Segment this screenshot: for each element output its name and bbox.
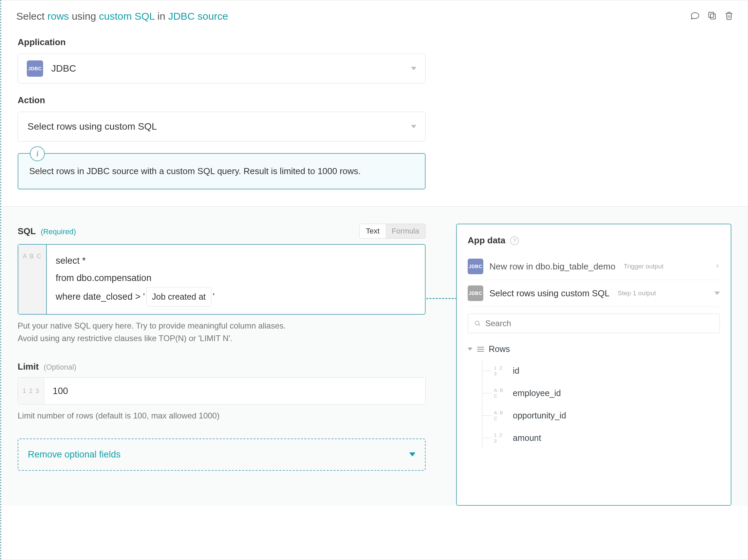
field-name: opportunity_id <box>513 411 566 421</box>
action-select[interactable]: Select rows using custom SQL <box>18 112 426 142</box>
app-data-source-sub: Step 1 output <box>618 290 656 297</box>
jdbc-icon: JDBC <box>468 285 483 301</box>
copy-icon[interactable] <box>707 11 717 22</box>
sql-type-indicator: A B C <box>18 245 47 314</box>
chevron-down-icon <box>468 348 472 351</box>
step-title: Select rows using custom SQL in JDBC sou… <box>16 11 690 22</box>
action-label: Action <box>18 95 731 106</box>
info-box: i Select rows in JDBC source with a cust… <box>18 153 426 189</box>
comment-icon[interactable] <box>690 11 700 22</box>
type-indicator-string: A B C <box>494 410 507 421</box>
type-indicator-number: 1 2 3 <box>494 432 507 444</box>
field-name: id <box>513 366 519 376</box>
limit-helper: Limit number of rows (default is 100, ma… <box>18 409 426 422</box>
field-name: employee_id <box>513 388 561 398</box>
jdbc-icon: JDBC <box>27 60 43 77</box>
svg-point-2 <box>475 321 479 325</box>
info-text: Select rows in JDBC source with a custom… <box>29 166 414 176</box>
limit-optional-tag: (Optional) <box>44 363 77 371</box>
remove-optional-label: Remove optional fields <box>28 449 120 460</box>
jdbc-icon: JDBC <box>468 259 483 274</box>
svg-line-3 <box>479 324 480 326</box>
remove-optional-fields[interactable]: Remove optional fields <box>18 438 426 471</box>
tree-leaf[interactable]: 1 2 3 id <box>494 359 720 382</box>
help-icon[interactable]: ? <box>510 236 519 245</box>
application-label: Application <box>18 37 731 48</box>
chevron-down-icon <box>411 67 416 70</box>
type-indicator-number: 1 2 3 <box>494 365 507 376</box>
list-icon <box>477 347 484 352</box>
mode-text[interactable]: Text <box>360 224 386 238</box>
sql-mode-toggle[interactable]: Text Formula <box>359 224 426 239</box>
tree-leaf[interactable]: A B C employee_id <box>494 382 720 404</box>
tree-node-label: Rows <box>489 344 510 354</box>
sql-line[interactable]: from dbo.compensation <box>56 269 214 287</box>
tree-leaf[interactable]: A B C opportunity_id <box>494 404 720 427</box>
search-icon <box>474 320 481 327</box>
data-pill-job-created-at[interactable]: Job created at <box>146 287 211 307</box>
type-indicator-string: A B C <box>494 387 507 399</box>
chevron-right-icon <box>715 263 720 270</box>
info-icon: i <box>30 146 45 161</box>
svg-rect-1 <box>709 12 714 17</box>
application-value: JDBC <box>51 63 76 74</box>
tree-node-rows[interactable]: Rows <box>468 341 720 359</box>
app-data-source-sub: Trigger output <box>623 263 663 270</box>
application-select[interactable]: JDBC JDBC <box>18 54 426 83</box>
sql-line[interactable]: where date_closed > ' Job created at ' <box>56 287 214 307</box>
action-value: Select rows using custom SQL <box>27 121 157 132</box>
app-data-title: App data <box>468 235 505 246</box>
sql-line[interactable]: select * <box>56 252 214 269</box>
tree-leaf[interactable]: 1 2 3 amount <box>494 427 720 449</box>
app-data-source-row[interactable]: JDBC Select rows using custom SQL Step 1… <box>468 280 720 307</box>
app-data-source-row[interactable]: JDBC New row in dbo.big_table_demo Trigg… <box>468 253 720 280</box>
chevron-down-icon <box>714 292 720 295</box>
sql-label: SQL <box>18 226 36 236</box>
svg-rect-0 <box>710 14 715 19</box>
limit-label: Limit <box>18 361 39 372</box>
sql-helper: Put your native SQL query here. Try to p… <box>18 319 426 344</box>
app-data-search[interactable] <box>468 314 720 333</box>
chevron-down-icon <box>411 125 416 128</box>
app-data-source-title: New row in dbo.big_table_demo <box>489 261 615 272</box>
limit-input[interactable] <box>44 378 425 404</box>
search-input[interactable] <box>485 319 713 328</box>
app-data-source-title: Select rows using custom SQL <box>489 288 610 299</box>
field-name: amount <box>513 433 541 443</box>
sql-required-tag: (Required) <box>41 227 76 236</box>
connector-line <box>426 298 457 299</box>
sql-editor[interactable]: A B C select * from dbo.compensation whe… <box>18 244 426 315</box>
chevron-down-icon <box>409 452 415 456</box>
delete-icon[interactable] <box>724 11 734 22</box>
limit-type-indicator: 1 2 3 <box>18 378 44 404</box>
app-data-panel: App data ? JDBC New row in dbo.big_table… <box>456 224 731 506</box>
mode-formula[interactable]: Formula <box>386 224 425 238</box>
